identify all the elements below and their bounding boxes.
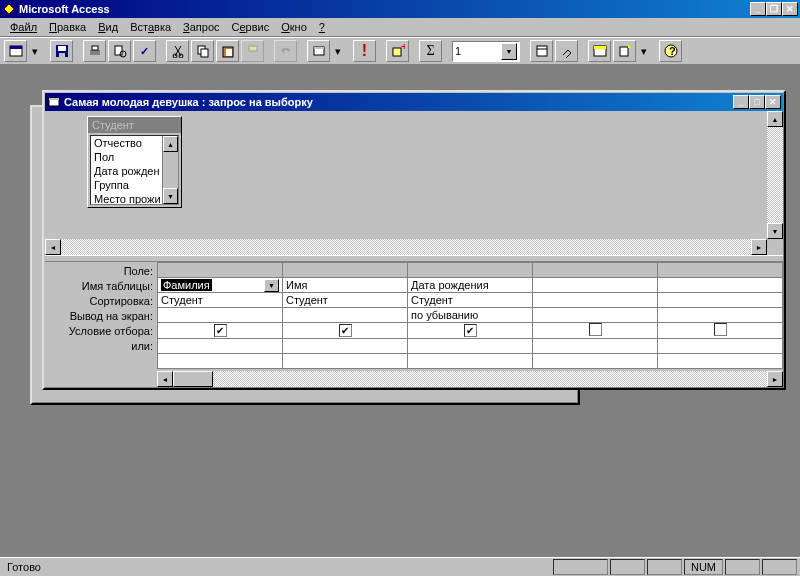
run-button[interactable]: ! <box>353 40 376 62</box>
querytype-dropdown[interactable]: ▾ <box>332 40 343 62</box>
build-button[interactable] <box>555 40 578 62</box>
query-close-button[interactable]: ✕ <box>765 95 781 109</box>
tables-pane[interactable]: Студент Отчество Пол Дата рожден Группа … <box>45 111 767 239</box>
show-table-button[interactable]: + <box>386 40 409 62</box>
top-hscrollbar[interactable]: ◄► <box>45 239 783 255</box>
query-maximize-button[interactable]: □ <box>749 95 765 109</box>
preview-button[interactable] <box>108 40 131 62</box>
grid-hscrollbar[interactable]: ◄► <box>157 371 783 387</box>
format-painter-button[interactable] <box>241 40 264 62</box>
help-button[interactable]: ? <box>659 40 682 62</box>
app-title: Microsoft Access <box>19 3 750 15</box>
menu-tools[interactable]: Сервис <box>226 19 276 35</box>
status-cell <box>553 559 608 575</box>
query-icon <box>47 95 61 109</box>
menu-help[interactable]: ? <box>313 19 331 35</box>
row-or <box>158 354 783 369</box>
restore-button[interactable]: ❐ <box>766 2 782 16</box>
cell-sort[interactable] <box>658 308 783 323</box>
status-num: NUM <box>684 559 723 575</box>
table-student[interactable]: Студент Отчество Пол Дата рожден Группа … <box>87 116 182 208</box>
statusbar: Готово NUM <box>0 557 800 576</box>
svg-rect-1 <box>10 46 22 49</box>
status-cell <box>647 559 682 575</box>
view-dropdown[interactable]: ▾ <box>29 40 40 62</box>
row-sort: по убыванию <box>158 308 783 323</box>
menu-window[interactable]: Окно <box>275 19 313 35</box>
cut-button[interactable] <box>166 40 189 62</box>
menu-insert[interactable]: Вставка <box>124 19 177 35</box>
status-cell <box>762 559 797 575</box>
label-sort: Сортировка: <box>45 294 157 309</box>
col-selector[interactable] <box>658 263 783 278</box>
row-labels: Поле: Имя таблицы: Сортировка: Вывод на … <box>45 262 157 387</box>
view-button[interactable] <box>4 40 27 62</box>
top-vscrollbar[interactable]: ▲▼ <box>767 111 783 239</box>
database-window-button[interactable] <box>588 40 611 62</box>
query-design-window[interactable]: Самая молодая девушка : запрос на выборк… <box>42 90 786 390</box>
top-values-combo[interactable]: 1▼ <box>452 41 520 62</box>
svg-rect-17 <box>314 47 324 49</box>
toolbar: ▾ ✓ ▾ ! + Σ 1▼ ▾ ? <box>0 37 800 65</box>
fieldlist-scrollbar[interactable]: ▲▼ <box>162 136 178 204</box>
cell-sort[interactable]: по убыванию <box>408 308 533 323</box>
col-selector[interactable] <box>283 263 408 278</box>
menu-edit[interactable]: Правка <box>43 19 92 35</box>
svg-text:+: + <box>401 44 405 52</box>
row-table: Студент Студент Студент <box>158 293 783 308</box>
label-or: или: <box>45 339 157 354</box>
cell-show[interactable] <box>533 323 658 339</box>
cell-table[interactable]: Студент <box>283 293 408 308</box>
query-titlebar[interactable]: Самая молодая девушка : запрос на выборк… <box>45 93 783 111</box>
cell-criteria[interactable] <box>158 339 283 354</box>
cell-table[interactable]: Студент <box>158 293 283 308</box>
cell-table[interactable] <box>533 293 658 308</box>
querytype-button[interactable] <box>307 40 330 62</box>
copy-button[interactable] <box>191 40 214 62</box>
cell-field[interactable] <box>533 278 658 293</box>
grid-table: Фамилия▼ Имя Дата рождения Студент Студе… <box>157 262 783 369</box>
cell-show[interactable] <box>658 323 783 339</box>
col-selector[interactable] <box>533 263 658 278</box>
query-minimize-button[interactable]: _ <box>733 95 749 109</box>
menu-file[interactable]: Файл <box>4 19 43 35</box>
cell-sort[interactable] <box>158 308 283 323</box>
table-header[interactable]: Студент <box>88 117 181 133</box>
cell-or[interactable] <box>158 354 283 369</box>
cell-show[interactable]: ✔ <box>158 323 283 339</box>
svg-rect-12 <box>201 49 208 57</box>
cell-sort[interactable] <box>533 308 658 323</box>
save-button[interactable] <box>50 40 73 62</box>
new-object-button[interactable] <box>613 40 636 62</box>
totals-button[interactable]: Σ <box>419 40 442 62</box>
col-selector[interactable] <box>158 263 283 278</box>
menubar: Файл Правка Вид Вставка Запрос Сервис Ок… <box>0 18 800 37</box>
svg-rect-6 <box>92 46 98 50</box>
cell-field[interactable]: Фамилия▼ <box>158 278 283 293</box>
properties-button[interactable] <box>530 40 553 62</box>
paste-button[interactable] <box>216 40 239 62</box>
minimize-button[interactable]: _ <box>750 2 766 16</box>
menu-view[interactable]: Вид <box>92 19 124 35</box>
cell-table[interactable] <box>658 293 783 308</box>
svg-rect-24 <box>620 47 628 56</box>
cell-table[interactable]: Студент <box>408 293 533 308</box>
cell-show[interactable]: ✔ <box>283 323 408 339</box>
print-button[interactable] <box>83 40 106 62</box>
col-selector[interactable] <box>408 263 533 278</box>
status-cell <box>725 559 760 575</box>
cell-field[interactable] <box>658 278 783 293</box>
cell-show[interactable]: ✔ <box>408 323 533 339</box>
field-dropdown-icon[interactable]: ▼ <box>264 279 279 292</box>
cell-field[interactable]: Имя <box>283 278 408 293</box>
cell-field[interactable]: Дата рождения <box>408 278 533 293</box>
spelling-button[interactable]: ✓ <box>133 40 156 62</box>
close-button[interactable]: ✕ <box>782 2 798 16</box>
cell-sort[interactable] <box>283 308 408 323</box>
menu-query[interactable]: Запрос <box>177 19 225 35</box>
pane-splitter[interactable] <box>45 255 783 262</box>
new-object-dropdown[interactable]: ▾ <box>638 40 649 62</box>
undo-button[interactable] <box>274 40 297 62</box>
checkbox-icon <box>714 323 727 336</box>
svg-rect-23 <box>594 46 606 49</box>
